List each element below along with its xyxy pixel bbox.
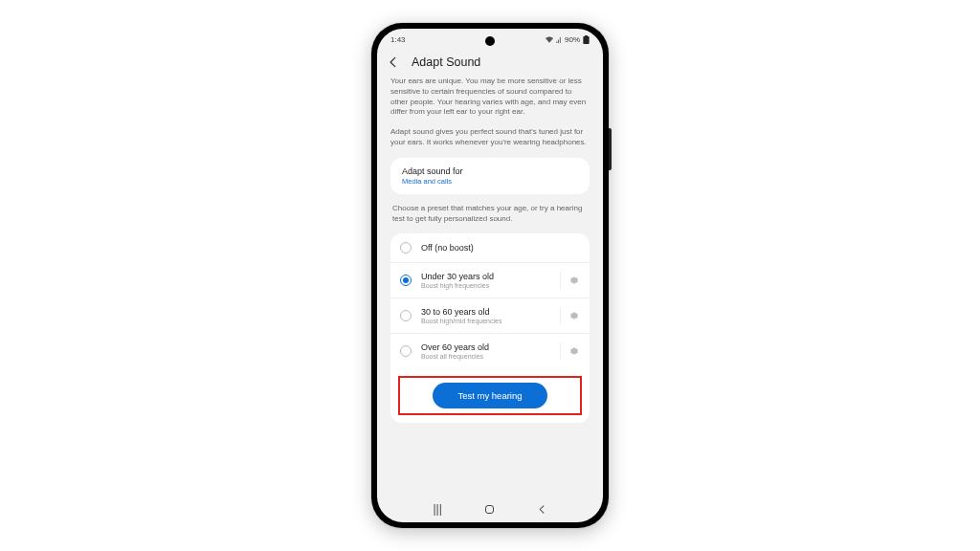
preset-option-sub: Boost all frequencies: [421, 353, 556, 360]
preset-option-30-60[interactable]: 30 to 60 years old Boost high/mid freque…: [390, 298, 590, 334]
preset-option-sub: Boost high frequencies: [421, 282, 556, 289]
svg-rect-0: [583, 35, 589, 43]
preset-option-off[interactable]: Off (no boost): [390, 233, 590, 263]
gear-icon: [568, 275, 580, 286]
preset-option-sub: Boost high/mid frequencies: [421, 318, 556, 324]
page-header: Adapt Sound: [377, 50, 603, 77]
battery-icon: [583, 35, 590, 44]
status-time: 1:43: [390, 35, 406, 44]
nav-home-icon[interactable]: [485, 505, 494, 514]
preset-settings-under-30[interactable]: [560, 272, 580, 289]
preset-option-label: Over 60 years old: [421, 342, 556, 352]
status-right: 90%: [546, 35, 590, 44]
preset-settings-30-60[interactable]: [560, 307, 580, 324]
preset-option-label: Off (no boost): [421, 243, 580, 253]
content-area: Your ears are unique. You may be more se…: [377, 77, 603, 496]
highlight-annotation: Test my hearing: [398, 376, 582, 415]
description-paragraph-1: Your ears are unique. You may be more se…: [390, 77, 590, 118]
description-paragraph-2: Adapt sound gives you perfect sound that…: [390, 127, 590, 148]
preset-option-label: 30 to 60 years old: [421, 307, 556, 317]
nav-recents-icon[interactable]: |||: [433, 502, 441, 516]
android-nav-bar: |||: [377, 496, 603, 522]
radio-under-30[interactable]: [400, 275, 412, 286]
phone-frame: 1:43 90% Adapt Sound Your ears are uniqu…: [371, 23, 609, 528]
svg-rect-1: [585, 35, 588, 36]
status-battery-percent: 90%: [565, 35, 580, 44]
radio-30-60[interactable]: [400, 310, 412, 321]
preset-option-label: Under 30 years old: [421, 272, 556, 281]
test-my-hearing-button[interactable]: Test my hearing: [433, 383, 546, 408]
radio-off[interactable]: [400, 242, 412, 253]
phone-screen: 1:43 90% Adapt Sound Your ears are uniqu…: [377, 29, 603, 522]
gear-icon: [568, 345, 580, 357]
radio-over-60[interactable]: [400, 345, 412, 357]
back-icon[interactable]: [387, 55, 400, 69]
camera-notch: [485, 36, 495, 46]
adapt-sound-for-label: Adapt sound for: [402, 166, 578, 176]
adapt-sound-for-row[interactable]: Adapt sound for Media and calls: [390, 158, 590, 194]
preset-instruction: Choose a preset that matches your age, o…: [390, 204, 590, 234]
preset-settings-over-60[interactable]: [560, 342, 580, 360]
page-title: Adapt Sound: [412, 55, 480, 69]
gear-icon: [568, 310, 580, 321]
preset-option-over-60[interactable]: Over 60 years old Boost all frequencies: [390, 334, 590, 368]
preset-options-group: Off (no boost) Under 30 years old Boost …: [390, 233, 590, 423]
adapt-sound-for-value: Media and calls: [402, 177, 578, 186]
wifi-icon: [546, 36, 553, 43]
phone-side-button: [609, 128, 612, 170]
preset-option-under-30[interactable]: Under 30 years old Boost high frequencie…: [390, 263, 590, 298]
nav-back-icon[interactable]: [537, 504, 547, 515]
signal-icon: [556, 36, 562, 43]
